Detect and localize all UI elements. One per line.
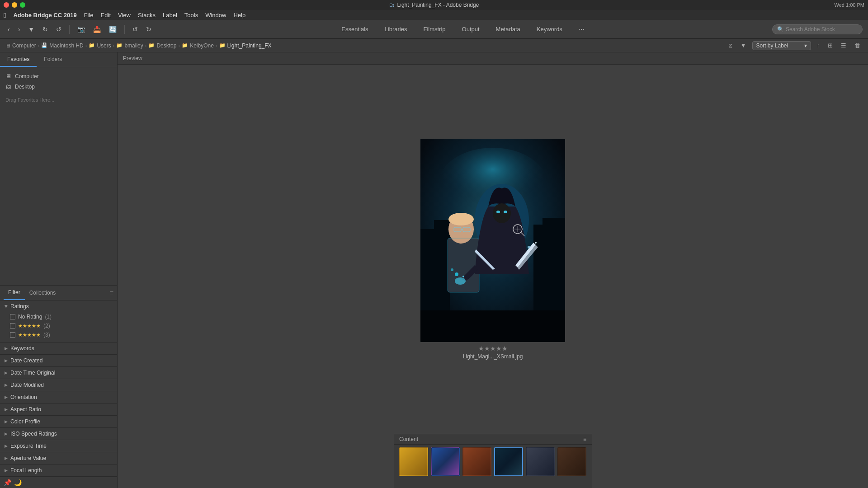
os-status-area: Wed 1:00 PM xyxy=(835,2,864,8)
workspace-filmstrip[interactable]: Filmstrip xyxy=(420,24,449,34)
filter-group-orientation-header[interactable]: ▶ Orientation xyxy=(0,391,117,403)
breadcrumb-macintosh-hd[interactable]: 💾 Macintosh HD xyxy=(41,42,83,49)
thumbnail-6[interactable] xyxy=(557,447,586,476)
fav-desktop[interactable]: 🗂 Desktop xyxy=(0,81,117,92)
filter-toggle-btn[interactable]: ▼ xyxy=(738,41,749,50)
preview-image xyxy=(420,139,565,342)
ratings-chevron-icon: ▶ xyxy=(4,305,9,308)
filter-icon-btn[interactable]: ⧖ xyxy=(726,41,735,50)
nav-back-button[interactable]: ‹ xyxy=(5,24,12,34)
menu-window[interactable]: Window xyxy=(205,12,226,19)
tab-collections[interactable]: Collections xyxy=(25,286,61,300)
filter-group-exposure-time-header[interactable]: ▶ Exposure Time xyxy=(0,440,117,452)
breadcrumb-sep-1: › xyxy=(38,43,40,48)
filter-3-stars[interactable]: ★★★★★ (3) xyxy=(10,330,113,339)
filter-group-keywords-header[interactable]: ▶ Keywords xyxy=(0,343,117,354)
refresh-button[interactable]: ↺ xyxy=(54,24,64,34)
recent-folders-button[interactable]: ▼ xyxy=(26,24,37,34)
thumbnail-4[interactable] xyxy=(494,447,523,476)
filter-group-aperture-header[interactable]: ▶ Aperture Value xyxy=(0,452,117,464)
get-photos-button[interactable]: 📥 xyxy=(91,24,103,34)
tab-folders[interactable]: Folders xyxy=(37,52,69,67)
svg-point-20 xyxy=(462,276,464,277)
rotate-left-button[interactable]: ↺ xyxy=(130,24,140,34)
sort-dropdown[interactable]: Sort by Label ▾ xyxy=(752,41,811,50)
orientation-label: Orientation xyxy=(10,394,37,400)
filter-group-date-created-header[interactable]: ▶ Date Created xyxy=(0,355,117,366)
ratings-content: No Rating (1) ★★★★★ (2) ★★★★★ (3) xyxy=(0,312,117,342)
menu-edit[interactable]: Edit xyxy=(101,12,111,19)
breadcrumb-bmalley[interactable]: 📁 bmalley xyxy=(116,42,143,49)
menu-tools[interactable]: Tools xyxy=(184,12,198,19)
preview-name: Light_Magi..._XSmall.jpg xyxy=(463,353,523,360)
filter-group-color-profile: ▶ Color Profile xyxy=(0,416,117,428)
filter-group-date-modified-header[interactable]: ▶ Date Modified xyxy=(0,379,117,391)
menu-file[interactable]: File xyxy=(84,12,94,19)
close-button[interactable] xyxy=(4,2,9,8)
fav-computer[interactable]: 🖥 Computer xyxy=(0,71,117,81)
tab-filter[interactable]: Filter xyxy=(4,286,25,300)
filter-group-focal-length-header[interactable]: ▶ Focal Length xyxy=(0,465,117,476)
filter-group-iso-speed: ▶ ISO Speed Ratings xyxy=(0,428,117,440)
nav-home-button[interactable]: ↻ xyxy=(40,24,50,34)
thumbnail-3[interactable] xyxy=(462,447,491,476)
menu-stacks[interactable]: Stacks xyxy=(138,12,156,19)
view-filter-btn[interactable]: ⊞ xyxy=(826,41,835,50)
ratings-label: Ratings xyxy=(10,303,29,310)
menu-help[interactable]: Help xyxy=(233,12,245,19)
workspace-output[interactable]: Output xyxy=(458,24,483,34)
nav-forward-button[interactable]: › xyxy=(16,24,23,34)
filter-group-date-time-original-header[interactable]: ▶ Date Time Original xyxy=(0,367,117,379)
breadcrumb-users[interactable]: 📁 Users xyxy=(89,42,111,49)
view-toggle-btn[interactable]: ☰ xyxy=(839,41,849,50)
content-area: Content ≡ xyxy=(394,434,592,488)
toolbar: ‹ › ▼ ↻ ↺ 📷 📥 🔄 ↺ ↻ Essentials Libraries… xyxy=(0,20,868,39)
content-title: Content xyxy=(399,436,418,442)
filter-group-iso-speed-header[interactable]: ▶ ISO Speed Ratings xyxy=(0,428,117,440)
folder-kelbyone-icon: 📁 xyxy=(182,42,188,48)
svg-rect-23 xyxy=(420,310,565,342)
maximize-button[interactable] xyxy=(20,2,25,8)
menu-label[interactable]: Label xyxy=(163,12,177,19)
breadcrumb-computer[interactable]: 🖥 Computer xyxy=(5,42,36,49)
refine-button[interactable]: 🔄 xyxy=(107,24,119,34)
menu-view[interactable]: View xyxy=(118,12,131,19)
filter-group-aspect-ratio: ▶ Aspect Ratio xyxy=(0,404,117,416)
content-view-icon[interactable]: ≡ xyxy=(583,436,586,442)
sort-direction-btn[interactable]: ↑ xyxy=(815,41,822,50)
thumbnail-5[interactable] xyxy=(526,447,555,476)
app-menu-bar:  Adobe Bridge CC 2019 File Edit View St… xyxy=(0,10,868,20)
breadcrumb-light-painting-fx[interactable]: 📁 Light_Painting_FX xyxy=(219,42,272,49)
app-name[interactable]: Adobe Bridge CC 2019 xyxy=(13,12,76,19)
tab-favorites[interactable]: Favorites xyxy=(0,52,37,67)
filter-no-rating[interactable]: No Rating (1) xyxy=(10,312,113,321)
breadcrumb-desktop[interactable]: 📁 Desktop xyxy=(148,42,176,49)
thumbnail-2[interactable] xyxy=(431,447,460,476)
color-profile-chevron-icon: ▶ xyxy=(5,419,8,424)
delete-btn[interactable]: 🗑 xyxy=(852,41,863,50)
filter-menu-icon[interactable]: ≡ xyxy=(110,289,113,296)
workspace-keywords[interactable]: Keywords xyxy=(533,24,566,34)
breadcrumb-sep-6: › xyxy=(216,43,217,48)
preview-rating-stars: ★★★★★ xyxy=(478,345,508,352)
minimize-button[interactable] xyxy=(12,2,17,8)
filter-group-ratings-header[interactable]: ▶ Ratings xyxy=(0,300,117,312)
camera-button[interactable]: 📷 xyxy=(75,24,87,34)
breadcrumb-kelbyone[interactable]: 📁 KelbyOne xyxy=(182,42,214,49)
workspace-metadata[interactable]: Metadata xyxy=(492,24,524,34)
pin-right-icon[interactable]: 🌙 xyxy=(14,479,22,486)
pin-area: 📌 🌙 xyxy=(0,477,117,488)
workspace-libraries[interactable]: Libraries xyxy=(381,24,411,34)
filter-group-aspect-ratio-header[interactable]: ▶ Aspect Ratio xyxy=(0,404,117,415)
rotate-right-button[interactable]: ↻ xyxy=(144,24,154,34)
preview-filename: ★★★★★ Light_Magi..._XSmall.jpg xyxy=(463,345,523,360)
filter-2-stars[interactable]: ★★★★★ (2) xyxy=(10,321,113,330)
pin-left-icon[interactable]: 📌 xyxy=(4,479,11,486)
svg-point-19 xyxy=(451,268,453,271)
search-adobe-stock[interactable]: 🔍 Search Adobe Stock xyxy=(772,24,863,34)
filter-group-color-profile-header[interactable]: ▶ Color Profile xyxy=(0,416,117,427)
workspace-more[interactable]: ⋯ xyxy=(575,24,588,34)
apple-menu[interactable]:  xyxy=(4,11,6,19)
workspace-essentials[interactable]: Essentials xyxy=(338,24,372,34)
thumbnail-1[interactable] xyxy=(399,447,428,476)
